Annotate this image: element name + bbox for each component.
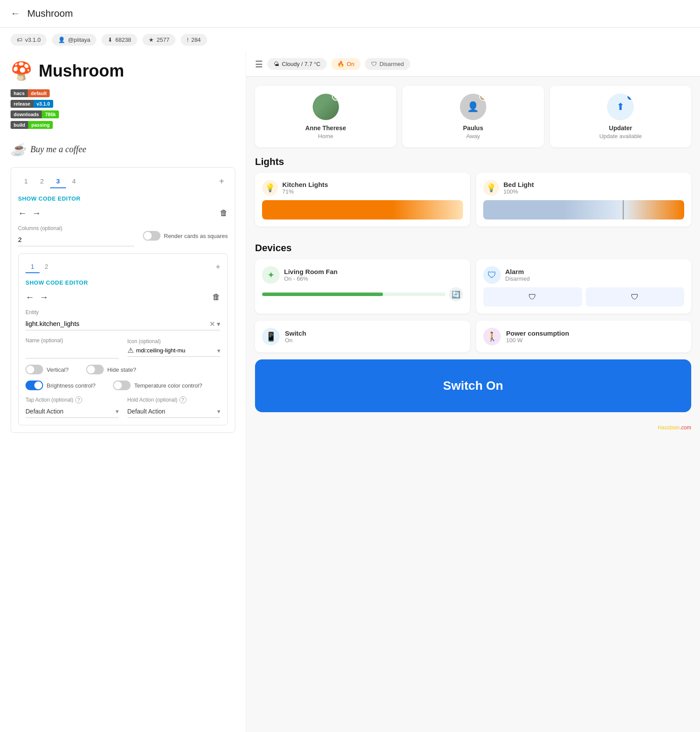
kitchen-light-icon: 💡 (262, 180, 278, 196)
status-on-icon: 🔥 (337, 61, 344, 67)
nav-arrows-inner: ← → 🗑 (26, 292, 220, 302)
inner-tab-add[interactable]: + (215, 263, 220, 272)
alarm-card[interactable]: 🛡 Alarm Disarmed 🛡 🛡 (476, 259, 691, 314)
shield-btn-1[interactable]: 🛡 (483, 287, 582, 307)
hold-action-value: Default Action (128, 408, 165, 415)
inner-tab-1[interactable]: 1 (26, 261, 40, 273)
page-title: Mushroom (27, 8, 73, 19)
outer-tab-1[interactable]: 1 (18, 175, 34, 188)
render-squares-label: Render cards as squares (164, 233, 228, 239)
inner-tab-2[interactable]: 2 (40, 261, 54, 273)
living-room-fan-card[interactable]: ✦ Living Room Fan On - 66% 🔄 (255, 259, 470, 314)
updater-avatar: ⬆ ✓ (607, 94, 634, 120)
badge-downloads: downloads786k (11, 110, 235, 118)
toggle-temp-color: Temperature color control? (113, 381, 202, 390)
coffee-label: Buy me a coffee (30, 144, 86, 154)
person-updater[interactable]: ⬆ ✓ Updater Update available (550, 86, 691, 147)
user-icon: 👤 (58, 37, 65, 43)
brightness-switch[interactable] (26, 381, 43, 390)
stat-stars: ★ 2577 (142, 34, 175, 46)
outer-tab-4[interactable]: 4 (66, 175, 82, 188)
power-name: Power consumption (506, 329, 569, 337)
stat-version: 🏷 v3.1.0 (11, 34, 47, 46)
switch-on-label: Switch On (443, 379, 503, 393)
power-consumption-card[interactable]: 🚶 Power consumption 100 W (476, 321, 691, 352)
columns-group: Columns (optional) (18, 225, 134, 246)
hold-action-select[interactable]: Default Action ▾ (128, 405, 221, 418)
alarm-name: Alarm (505, 268, 530, 275)
tap-action-select[interactable]: Default Action ▾ (26, 405, 119, 418)
header: ← Mushroom (0, 0, 700, 28)
bed-light-bar (483, 200, 684, 220)
power-icon: 🚶 (483, 328, 501, 345)
ha-status-disarmed: 🛡 Disarmed (365, 58, 410, 70)
nav-delete-inner[interactable]: 🗑 (212, 293, 220, 302)
columns-input[interactable] (18, 233, 134, 246)
stat-issues: ! 284 (181, 34, 207, 46)
show-code-editor-inner[interactable]: SHOW CODE EDITOR (26, 279, 220, 286)
nav-left-top[interactable]: ← (18, 208, 27, 218)
updater-name: Updater (555, 124, 686, 132)
hide-state-switch[interactable] (86, 365, 104, 374)
person-paulus[interactable]: 👤 🔄 Paulus Away (402, 86, 543, 147)
shield-btn-2[interactable]: 🛡 (586, 287, 685, 307)
kitchen-lights-card[interactable]: 💡 Kitchen Lights 71% (255, 173, 470, 227)
bed-light-name: Bed Light (503, 181, 534, 188)
name-input[interactable] (26, 345, 119, 359)
alarm-icon: 🛡 (483, 266, 501, 284)
badge-release: releasev3.1.0 (11, 100, 235, 108)
nav-right-inner[interactable]: → (40, 292, 48, 302)
temp-color-label: Temperature color control? (134, 382, 202, 389)
bed-light-card[interactable]: 💡 Bed Light 100% (476, 173, 691, 227)
kitchen-light-bar (262, 200, 463, 220)
icon-input[interactable] (136, 344, 218, 356)
vertical-switch[interactable] (26, 365, 43, 374)
outer-tab-2[interactable]: 2 (34, 175, 50, 188)
status-on-label: On (347, 61, 354, 67)
fan-status: On - 66% (284, 275, 338, 282)
hold-action-help[interactable]: ? (179, 396, 186, 403)
coffee-section[interactable]: ☕ Buy me a coffee (11, 138, 235, 167)
watermark-yellow: Hassbian (658, 425, 680, 431)
entity-clear-icon[interactable]: ✕ (209, 320, 215, 328)
outer-tab-add[interactable]: + (215, 175, 228, 188)
inner-tab-row: 1 2 + (26, 261, 220, 273)
ha-preview: ☰ 🌤 Cloudy / 7.7 °C 🔥 On 🛡 Disarmed (246, 52, 700, 732)
outer-tab-3[interactable]: 3 (50, 175, 66, 188)
persons-row: 🏠 Anne Therese Home 👤 🔄 Paulus Away (246, 77, 700, 147)
hold-action-chevron: ▾ (217, 408, 220, 415)
name-icon-row: Name (optional) Icon (optional) ⚠ ▾ (26, 337, 220, 359)
fan-refresh[interactable]: 🔄 (449, 287, 463, 301)
nav-delete-top[interactable]: 🗑 (220, 209, 228, 218)
tap-action-chevron: ▾ (116, 408, 119, 415)
show-code-editor-top[interactable]: SHOW CODE EDITOR (18, 195, 228, 202)
back-button[interactable]: ← (11, 8, 20, 19)
switch-on-card[interactable]: Switch On (255, 359, 691, 412)
nav-left-inner[interactable]: ← (26, 292, 34, 302)
temp-color-switch[interactable] (113, 381, 131, 390)
ha-menu-icon[interactable]: ☰ (255, 59, 263, 70)
fan-bar (262, 293, 445, 296)
watermark-red: .com (680, 425, 691, 431)
entity-label: Entity (26, 309, 220, 315)
outer-card-editor: 1 2 3 4 + SHOW CODE EDITOR ← → 🗑 (11, 167, 235, 433)
disarmed-label: Disarmed (379, 61, 404, 67)
updater-status: Update available (555, 133, 686, 139)
icon-label: Icon (optional) (128, 338, 161, 344)
tap-action-help[interactable]: ? (75, 396, 82, 403)
weather-icon: 🌤 (273, 61, 279, 67)
nav-right-top[interactable]: → (32, 208, 41, 218)
kitchen-light-name: Kitchen Lights (282, 181, 328, 188)
person-anne[interactable]: 🏠 Anne Therese Home (255, 86, 396, 147)
entity-dropdown-icon[interactable]: ▾ (217, 320, 220, 328)
weather-label: Cloudy / 7.7 °C (282, 61, 321, 67)
icon-arrow[interactable]: ▾ (217, 347, 220, 354)
entity-input-wrap: ✕ ▾ (26, 317, 220, 330)
switch-card[interactable]: 📱 Switch On (255, 321, 470, 352)
paulus-badge: 🔄 (479, 94, 486, 101)
toggle-row-1: Vertical? Hide state? (26, 365, 220, 374)
mushroom-emoji: 🍄 (11, 61, 33, 81)
tag-icon: 🏷 (17, 37, 22, 43)
entity-input[interactable] (26, 317, 220, 330)
render-squares-switch[interactable] (143, 231, 160, 241)
